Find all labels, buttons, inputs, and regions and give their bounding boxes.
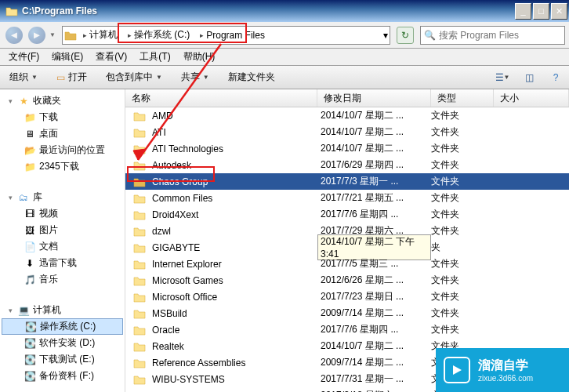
forward-button[interactable]: ►: [27, 25, 47, 45]
folder-icon: [64, 29, 77, 42]
folder-icon: [133, 225, 147, 238]
file-name: Internet Explorer: [152, 259, 317, 270]
file-row[interactable]: Common Files2017/7/21 星期五 ...文件夹: [125, 190, 569, 206]
maximize-button[interactable]: □: [533, 3, 549, 20]
library-icon: 🗂: [17, 191, 30, 204]
sidebar-item-videos[interactable]: 🎞视频: [2, 205, 123, 222]
folder-icon: [133, 390, 147, 393]
search-box[interactable]: 🔍: [420, 26, 565, 45]
picture-icon: 🖼: [24, 224, 36, 237]
file-row[interactable]: Droid4Xext2017/7/6 星期四 ...文件夹: [125, 206, 569, 223]
annotation-arrow: [125, 41, 235, 170]
svg-marker-2: [453, 365, 462, 375]
arrow-left-icon: ◄: [5, 27, 23, 44]
file-name: Reference Assemblies: [152, 358, 317, 368]
file-row[interactable]: GIGABYTE2014/10/7 星期二 下午 3:41夹: [125, 239, 569, 256]
file-name: WIBU-SYSTEMS: [152, 374, 317, 385]
arrow-right-icon: ►: [28, 27, 45, 44]
document-icon: 📄: [24, 241, 36, 253]
breadcrumb-segment[interactable]: ▸计算机: [78, 27, 123, 43]
folder-icon: [133, 357, 147, 369]
folder-icon: [133, 241, 147, 254]
sidebar-drive-e[interactable]: 💽下载测试 (E:): [2, 351, 123, 368]
folder-icon: [133, 340, 147, 353]
menu-edit[interactable]: 编辑(E): [45, 49, 89, 65]
sidebar-drive-f[interactable]: 💽备份资料 (F:): [2, 368, 123, 384]
watermark-url: zixue.3d66.com: [478, 374, 533, 383]
sidebar-libraries[interactable]: 🗂库: [2, 189, 123, 205]
computer-icon: 💻: [17, 304, 30, 317]
open-button[interactable]: ▭打开: [52, 69, 92, 85]
file-row[interactable]: Microsoft Office2017/7/23 星期日 ...文件夹: [125, 289, 569, 305]
breadcrumb-dropdown-icon[interactable]: ▾: [383, 30, 388, 41]
folder-icon: [133, 307, 147, 320]
column-type[interactable]: 类型: [431, 89, 494, 107]
file-row[interactable]: Microsoft Games2012/6/26 星期二 ...文件夹: [125, 272, 569, 289]
sidebar-item-downloads[interactable]: 📁下载: [2, 109, 123, 125]
play-icon: [444, 357, 470, 383]
navbar: ◄ ► ▼ ▸计算机 ▸操作系统 (C:) ▸Program Files ▾ ↻…: [0, 22, 569, 49]
folder-icon: [133, 291, 147, 303]
history-dropdown-icon[interactable]: ▼: [49, 31, 56, 38]
close-button[interactable]: ✕: [551, 3, 567, 20]
preview-pane-button[interactable]: ◫: [520, 69, 538, 86]
video-icon: 🎞: [24, 208, 36, 220]
main: ★收藏夹 📁下载 🖥桌面 📂最近访问的位置 📁2345下载 🗂库 🎞视频 🖼图片…: [0, 89, 569, 392]
sidebar-item-xunlei[interactable]: ⬇迅雷下载: [2, 255, 123, 271]
folder-icon: [133, 373, 147, 386]
star-icon: ★: [17, 95, 30, 107]
search-input[interactable]: [439, 30, 561, 41]
refresh-icon: ↻: [401, 30, 409, 41]
folder-icon: [133, 258, 147, 270]
drive-icon: 💽: [24, 370, 36, 383]
minimize-button[interactable]: _: [515, 3, 531, 20]
drive-icon: 💽: [24, 337, 36, 350]
file-row[interactable]: Internet Explorer2017/7/5 星期三 ...文件夹: [125, 256, 569, 272]
organize-button[interactable]: 组织▼: [5, 69, 42, 85]
file-name: Realtek: [152, 341, 317, 352]
file-row[interactable]: MSBuild2009/7/14 星期二 ...文件夹: [125, 305, 569, 321]
sidebar-item-recent[interactable]: 📂最近访问的位置: [2, 142, 123, 158]
titlebar: C:\Program Files _ □ ✕: [0, 0, 569, 22]
help-button[interactable]: ?: [547, 69, 564, 86]
file-name: Microsoft Games: [152, 275, 317, 286]
sidebar-item-documents[interactable]: 📄文档: [2, 238, 123, 255]
folder-icon: [133, 274, 147, 287]
recent-icon: 📂: [24, 144, 36, 157]
column-date[interactable]: 修改日期: [317, 89, 431, 107]
sidebar-item-music[interactable]: 🎵音乐: [2, 271, 123, 288]
folder-icon: [133, 324, 147, 336]
watermark: 溜溜自学 zixue.3d66.com: [436, 348, 569, 392]
view-options-button[interactable]: ☰▼: [494, 69, 511, 86]
svg-marker-1: [133, 149, 146, 160]
menubar: 文件(F) 编辑(E) 查看(V) 工具(T) 帮助(H): [0, 49, 569, 66]
file-row[interactable]: Oracle2017/7/6 星期四 ...文件夹: [125, 321, 569, 338]
desktop-icon: 🖥: [24, 128, 36, 140]
file-name: MSBuild: [152, 308, 317, 319]
sidebar-drive-d[interactable]: 💽软件安装 (D:): [2, 335, 123, 351]
sidebar-item-desktop[interactable]: 🖥桌面: [2, 125, 123, 142]
download-icon: ⬇: [24, 257, 36, 270]
svg-line-0: [138, 44, 221, 160]
file-name: GIGABYTE: [152, 242, 317, 253]
column-size[interactable]: 大小: [494, 89, 569, 107]
drive-icon: 💽: [24, 354, 36, 366]
refresh-button[interactable]: ↻: [397, 27, 414, 44]
menu-file[interactable]: 文件(F): [2, 49, 45, 65]
file-name: Oracle: [152, 325, 317, 336]
folder-icon: [133, 192, 147, 205]
file-name: Common Files: [152, 193, 317, 204]
folder-icon: [5, 5, 18, 17]
sidebar-item-2345[interactable]: 📁2345下载: [2, 158, 123, 175]
search-icon: 🔍: [424, 30, 436, 41]
watermark-title: 溜溜自学: [478, 358, 533, 374]
sidebar-favorites[interactable]: ★收藏夹: [2, 93, 123, 109]
window-title: C:\Program Files: [22, 5, 515, 16]
sidebar-computer[interactable]: 💻计算机: [2, 302, 123, 318]
sidebar: ★收藏夹 📁下载 🖥桌面 📂最近访问的位置 📁2345下载 🗂库 🎞视频 🖼图片…: [0, 89, 125, 392]
sidebar-drive-c[interactable]: 💽操作系统 (C:): [2, 318, 123, 335]
drive-icon: 💽: [24, 321, 37, 333]
file-name: Microsoft Office: [152, 292, 317, 303]
back-button[interactable]: ◄: [4, 25, 24, 45]
sidebar-item-pictures[interactable]: 🖼图片: [2, 222, 123, 238]
